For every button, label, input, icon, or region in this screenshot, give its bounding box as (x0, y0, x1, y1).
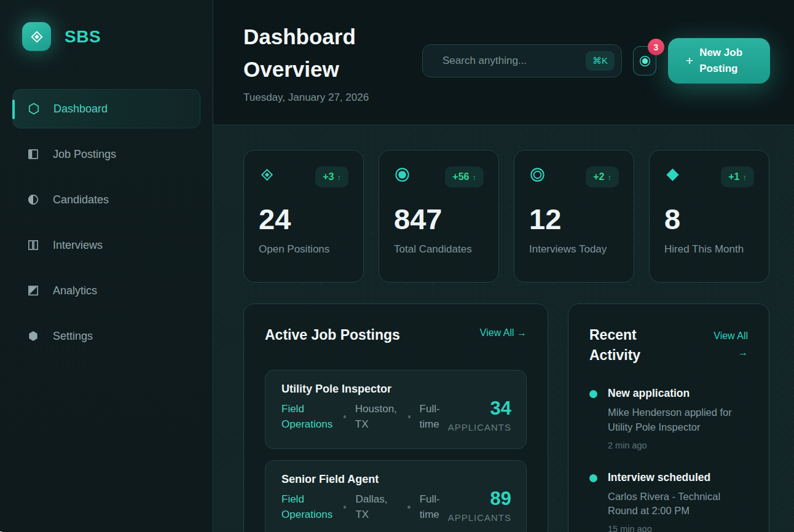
delta-value: +56 (452, 171, 469, 182)
delta-badge: +2 ↑ (586, 166, 619, 187)
dot-separator (408, 415, 411, 418)
delta-value: +2 (593, 171, 604, 182)
up-arrow-icon: ↑ (743, 173, 747, 182)
delta-value: +1 (728, 171, 739, 182)
main-area: Dashboard Overview Tuesday, January 27, … (213, 0, 794, 532)
stat-label: Interviews Today (529, 243, 619, 256)
activity-description: Carlos Rivera - Technical Round at 2:00 … (608, 490, 742, 519)
diagonal-square-icon (26, 283, 41, 298)
job-type: Full-time (420, 402, 448, 432)
sidebar-item-analytics[interactable]: Analytics (12, 271, 200, 310)
job-location: Houston, TX (355, 402, 399, 432)
brand-logo: SBS (22, 22, 200, 51)
page-date: Tuesday, January 27, 2026 (243, 92, 769, 104)
job-department: Field Operations (281, 402, 334, 432)
brand-logo-icon (22, 22, 51, 51)
page-header: Dashboard Overview Tuesday, January 27, … (213, 0, 794, 125)
diamond-solid-icon (664, 166, 681, 186)
job-posting-row[interactable]: Utility Pole Inspector Field Operations … (265, 370, 527, 449)
sidebar-item-dashboard[interactable]: Dashboard (12, 89, 200, 128)
search-box[interactable]: ⌘K (422, 44, 622, 77)
stat-value: 8 (664, 202, 754, 236)
activity-item[interactable]: New application Mike Henderson applied f… (589, 387, 748, 450)
diamond-outline-icon (259, 166, 275, 186)
activity-timestamp: 15 min ago (608, 524, 742, 532)
sidebar-item-settings[interactable]: Settings (12, 316, 200, 356)
activity-dot-icon (589, 474, 597, 482)
notification-badge: 3 (648, 39, 664, 55)
notifications-button[interactable]: 3 (633, 46, 656, 76)
activity-timestamp: 2 min ago (608, 440, 742, 450)
delta-badge: +1 ↑ (721, 166, 754, 187)
delta-badge: +3 ↑ (315, 166, 348, 187)
stat-card-hired-this-month: +1 ↑ 8 Hired This Month (649, 150, 769, 283)
stat-card-interviews-today: +2 ↑ 12 Interviews Today (514, 150, 634, 283)
job-type: Full-time (420, 492, 448, 522)
activity-item[interactable]: Interview scheduled Carlos Rivera - Tech… (589, 471, 748, 532)
plus-icon: + (686, 51, 693, 71)
stat-label: Total Candidates (394, 243, 484, 256)
active-indicator (12, 100, 15, 119)
job-location: Dallas, TX (355, 492, 398, 522)
sidebar-item-label: Job Postings (53, 148, 116, 161)
job-department: Field Operations (281, 492, 334, 522)
half-circle-icon (26, 192, 41, 207)
up-arrow-icon: ↑ (473, 173, 477, 182)
delta-value: +3 (323, 171, 334, 182)
up-arrow-icon: ↑ (608, 173, 612, 182)
hexagon-outline-icon (26, 101, 41, 116)
activity-title: New application (608, 387, 742, 400)
panel-left-icon (26, 147, 41, 162)
sidebar-item-interviews[interactable]: Interviews (12, 225, 200, 265)
sidebar-nav: Dashboard Job Postings Candidates (12, 89, 200, 356)
double-ring-icon (529, 166, 546, 186)
activity-title: Interview scheduled (608, 471, 742, 484)
new-job-posting-label: New Job Posting (699, 45, 752, 77)
sidebar: SBS Dashboard Job Postings (0, 0, 213, 532)
page-title: Dashboard Overview (243, 21, 446, 85)
active-job-postings-panel: Active Job Postings View All → Utility P… (243, 303, 548, 532)
activity-dot-icon (589, 390, 597, 398)
panels-row: Active Job Postings View All → Utility P… (243, 303, 769, 532)
job-title: Senior Field Agent (281, 473, 448, 486)
job-posting-row[interactable]: Senior Field Agent Field Operations Dall… (265, 460, 527, 532)
keyboard-shortcut-badge: ⌘K (586, 51, 615, 71)
diamond-icon (29, 29, 45, 45)
stat-label: Open Positions (259, 243, 348, 256)
search-input[interactable] (442, 55, 578, 67)
stat-value: 24 (259, 202, 348, 236)
stats-row: +3 ↑ 24 Open Positions +56 (243, 150, 769, 283)
sidebar-item-job-postings[interactable]: Job Postings (12, 135, 200, 174)
applicant-count: 34 (448, 397, 511, 420)
panel-title: Active Job Postings (265, 325, 400, 345)
job-title: Utility Pole Inspector (281, 383, 448, 396)
applicant-count-label: APPLICANTS (448, 512, 511, 523)
view-all-jobs-link[interactable]: View All → (480, 327, 527, 345)
stat-value: 12 (529, 202, 619, 236)
sidebar-item-label: Interviews (53, 239, 103, 252)
notification-dot-icon (639, 55, 651, 68)
stat-card-total-candidates: +56 ↑ 847 Total Candidates (379, 150, 499, 283)
brand-name: SBS (65, 27, 101, 47)
columns-icon (26, 238, 41, 252)
ring-dot-icon (394, 166, 411, 186)
stat-card-open-positions: +3 ↑ 24 Open Positions (243, 150, 364, 283)
sidebar-item-candidates[interactable]: Candidates (12, 180, 200, 219)
applicant-count-label: APPLICANTS (448, 422, 511, 432)
sidebar-item-label: Candidates (53, 194, 109, 206)
dashboard-content: +3 ↑ 24 Open Positions +56 (213, 125, 794, 532)
stat-value: 847 (394, 202, 484, 236)
dot-separator (344, 415, 346, 418)
stat-label: Hired This Month (664, 243, 754, 256)
new-job-posting-button[interactable]: + New Job Posting (668, 38, 770, 84)
dot-separator (344, 506, 346, 509)
sidebar-item-label: Dashboard (53, 103, 108, 115)
view-all-activity-link[interactable]: View All → (707, 327, 748, 366)
delta-badge: +56 ↑ (445, 166, 484, 187)
recent-activity-panel: Recent Activity View All → New applicati… (568, 303, 769, 532)
applicant-count: 89 (448, 488, 511, 510)
panel-title: Recent Activity (589, 325, 675, 366)
hexagon-solid-icon (26, 329, 41, 343)
up-arrow-icon: ↑ (337, 173, 342, 182)
sidebar-item-label: Settings (53, 330, 93, 343)
